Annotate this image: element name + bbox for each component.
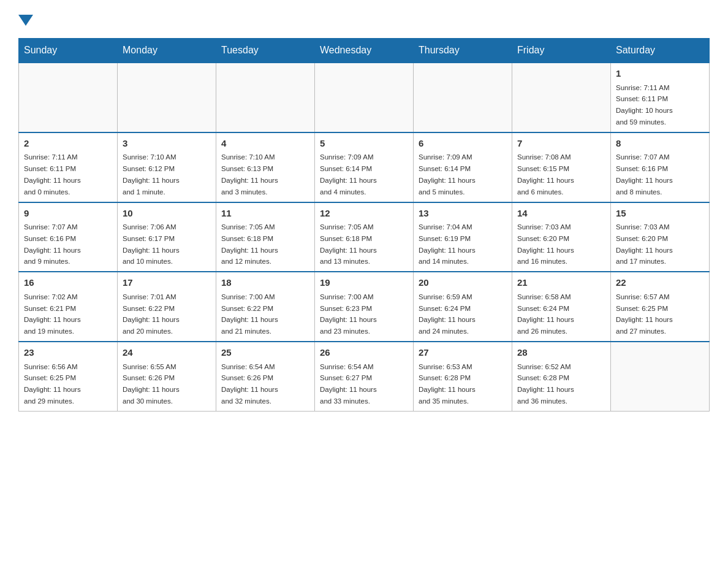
calendar-cell: 5Sunrise: 7:09 AMSunset: 6:14 PMDaylight… [315,132,414,202]
day-info: Sunrise: 7:10 AMSunset: 6:13 PMDaylight:… [221,153,278,195]
day-info: Sunrise: 6:58 AMSunset: 6:24 PMDaylight:… [517,293,574,335]
day-number: 16 [24,276,112,290]
calendar-cell: 6Sunrise: 7:09 AMSunset: 6:14 PMDaylight… [414,132,512,202]
calendar-cell [118,63,216,132]
day-info: Sunrise: 7:07 AMSunset: 6:16 PMDaylight:… [24,223,81,265]
day-info: Sunrise: 7:05 AMSunset: 6:18 PMDaylight:… [221,223,278,265]
calendar-cell: 12Sunrise: 7:05 AMSunset: 6:18 PMDayligh… [315,202,414,272]
day-number: 14 [517,207,605,221]
calendar-cell: 14Sunrise: 7:03 AMSunset: 6:20 PMDayligh… [512,202,611,272]
day-info: Sunrise: 6:52 AMSunset: 6:28 PMDaylight:… [517,363,574,405]
day-number: 9 [24,207,112,221]
day-info: Sunrise: 6:57 AMSunset: 6:25 PMDaylight:… [616,293,673,335]
calendar-cell: 1Sunrise: 7:11 AMSunset: 6:11 PMDaylight… [611,63,710,132]
calendar-cell: 7Sunrise: 7:08 AMSunset: 6:15 PMDaylight… [512,132,611,202]
col-header-monday: Monday [118,39,216,63]
calendar-cell: 10Sunrise: 7:06 AMSunset: 6:17 PMDayligh… [118,202,216,272]
day-number: 5 [320,137,408,151]
calendar-week-1: 1Sunrise: 7:11 AMSunset: 6:11 PMDaylight… [19,63,710,132]
day-number: 21 [517,276,605,290]
day-info: Sunrise: 6:55 AMSunset: 6:26 PMDaylight:… [123,363,180,405]
calendar-cell: 23Sunrise: 6:56 AMSunset: 6:25 PMDayligh… [19,342,118,411]
calendar-week-2: 2Sunrise: 7:11 AMSunset: 6:11 PMDaylight… [19,132,710,202]
day-info: Sunrise: 7:04 AMSunset: 6:19 PMDaylight:… [419,223,476,265]
day-info: Sunrise: 7:08 AMSunset: 6:15 PMDaylight:… [517,153,574,195]
day-number: 18 [221,276,309,290]
day-number: 4 [221,137,309,151]
calendar-cell: 19Sunrise: 7:00 AMSunset: 6:23 PMDayligh… [315,272,414,342]
day-number: 28 [517,346,605,360]
day-info: Sunrise: 7:11 AMSunset: 6:11 PMDaylight:… [616,84,673,126]
day-info: Sunrise: 7:06 AMSunset: 6:17 PMDaylight:… [123,223,180,265]
day-info: Sunrise: 6:54 AMSunset: 6:27 PMDaylight:… [320,363,377,405]
day-number: 27 [419,346,507,360]
day-info: Sunrise: 7:07 AMSunset: 6:16 PMDaylight:… [616,153,673,195]
calendar-cell: 28Sunrise: 6:52 AMSunset: 6:28 PMDayligh… [512,342,611,411]
day-number: 17 [123,276,211,290]
calendar-cell: 4Sunrise: 7:10 AMSunset: 6:13 PMDaylight… [216,132,315,202]
day-info: Sunrise: 6:59 AMSunset: 6:24 PMDaylight:… [419,293,476,335]
day-number: 10 [123,207,211,221]
day-number: 13 [419,207,507,221]
day-number: 2 [24,137,112,151]
day-info: Sunrise: 7:05 AMSunset: 6:18 PMDaylight:… [320,223,377,265]
day-info: Sunrise: 7:11 AMSunset: 6:11 PMDaylight:… [24,153,81,195]
logo-arrow-icon [18,15,33,26]
day-number: 8 [616,137,704,151]
calendar-cell: 15Sunrise: 7:03 AMSunset: 6:20 PMDayligh… [611,202,710,272]
day-number: 12 [320,207,408,221]
col-header-thursday: Thursday [414,39,512,63]
calendar-cell: 20Sunrise: 6:59 AMSunset: 6:24 PMDayligh… [414,272,512,342]
day-info: Sunrise: 6:56 AMSunset: 6:25 PMDaylight:… [24,363,81,405]
calendar-week-3: 9Sunrise: 7:07 AMSunset: 6:16 PMDaylight… [19,202,710,272]
day-number: 6 [419,137,507,151]
calendar-cell: 24Sunrise: 6:55 AMSunset: 6:26 PMDayligh… [118,342,216,411]
day-info: Sunrise: 7:00 AMSunset: 6:23 PMDaylight:… [320,293,377,335]
col-header-sunday: Sunday [19,39,118,63]
calendar-cell [216,63,315,132]
day-number: 25 [221,346,309,360]
col-header-friday: Friday [512,39,611,63]
calendar-cell: 25Sunrise: 6:54 AMSunset: 6:26 PMDayligh… [216,342,315,411]
day-number: 7 [517,137,605,151]
day-number: 20 [419,276,507,290]
day-info: Sunrise: 7:01 AMSunset: 6:22 PMDaylight:… [123,293,180,335]
col-header-saturday: Saturday [611,39,710,63]
calendar-header-row: SundayMondayTuesdayWednesdayThursdayFrid… [19,39,710,63]
day-number: 15 [616,207,704,221]
day-info: Sunrise: 7:09 AMSunset: 6:14 PMDaylight:… [419,153,476,195]
day-info: Sunrise: 7:03 AMSunset: 6:20 PMDaylight:… [517,223,574,265]
calendar-cell [512,63,611,132]
day-info: Sunrise: 7:02 AMSunset: 6:21 PMDaylight:… [24,293,81,335]
calendar-cell: 2Sunrise: 7:11 AMSunset: 6:11 PMDaylight… [19,132,118,202]
calendar-cell: 13Sunrise: 7:04 AMSunset: 6:19 PMDayligh… [414,202,512,272]
day-number: 22 [616,276,704,290]
calendar-cell: 26Sunrise: 6:54 AMSunset: 6:27 PMDayligh… [315,342,414,411]
day-number: 1 [616,67,704,81]
calendar-cell [611,342,710,411]
calendar-cell [19,63,118,132]
calendar-cell [414,63,512,132]
col-header-tuesday: Tuesday [216,39,315,63]
calendar-week-4: 16Sunrise: 7:02 AMSunset: 6:21 PMDayligh… [19,272,710,342]
calendar-cell: 16Sunrise: 7:02 AMSunset: 6:21 PMDayligh… [19,272,118,342]
day-info: Sunrise: 7:03 AMSunset: 6:20 PMDaylight:… [616,223,673,265]
logo [18,12,33,26]
col-header-wednesday: Wednesday [315,39,414,63]
calendar-cell: 11Sunrise: 7:05 AMSunset: 6:18 PMDayligh… [216,202,315,272]
day-info: Sunrise: 7:10 AMSunset: 6:12 PMDaylight:… [123,153,180,195]
day-number: 11 [221,207,309,221]
day-number: 19 [320,276,408,290]
day-info: Sunrise: 6:53 AMSunset: 6:28 PMDaylight:… [419,363,476,405]
day-number: 3 [123,137,211,151]
calendar-cell: 18Sunrise: 7:00 AMSunset: 6:22 PMDayligh… [216,272,315,342]
calendar-cell: 17Sunrise: 7:01 AMSunset: 6:22 PMDayligh… [118,272,216,342]
calendar-cell: 9Sunrise: 7:07 AMSunset: 6:16 PMDaylight… [19,202,118,272]
calendar-cell: 8Sunrise: 7:07 AMSunset: 6:16 PMDaylight… [611,132,710,202]
calendar-cell: 21Sunrise: 6:58 AMSunset: 6:24 PMDayligh… [512,272,611,342]
calendar-week-5: 23Sunrise: 6:56 AMSunset: 6:25 PMDayligh… [19,342,710,411]
day-number: 26 [320,346,408,360]
calendar-cell: 27Sunrise: 6:53 AMSunset: 6:28 PMDayligh… [414,342,512,411]
day-info: Sunrise: 6:54 AMSunset: 6:26 PMDaylight:… [221,363,278,405]
day-info: Sunrise: 7:00 AMSunset: 6:22 PMDaylight:… [221,293,278,335]
